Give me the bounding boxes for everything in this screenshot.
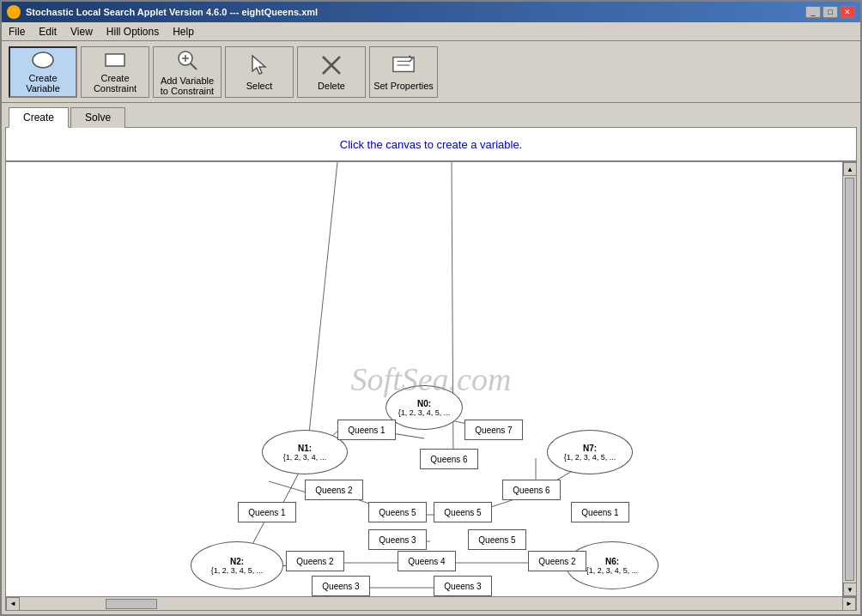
rect-queens5-c: Queens 5 bbox=[468, 529, 526, 550]
set-properties-button[interactable]: Set Properties bbox=[369, 46, 438, 98]
scroll-up-button[interactable]: ▲ bbox=[843, 162, 856, 176]
rect-queens6-a: Queens 6 bbox=[420, 449, 478, 469]
rect-queens6-b: Queens 6 bbox=[502, 480, 561, 500]
delete-button[interactable]: Delete bbox=[297, 46, 366, 98]
window-title: Stochastic Local Search Applet Version 4… bbox=[26, 7, 318, 17]
set-properties-label: Set Properties bbox=[373, 81, 434, 91]
close-button[interactable]: ✕ bbox=[840, 6, 855, 18]
add-var-icon bbox=[175, 48, 199, 72]
instruction-text: Click the canvas to create a variable. bbox=[340, 138, 522, 151]
svg-line-18 bbox=[269, 481, 307, 492]
svg-marker-6 bbox=[252, 56, 265, 74]
delete-icon bbox=[319, 53, 343, 77]
rect-queens2-c: Queens 2 bbox=[528, 551, 586, 571]
graph-edges-svg bbox=[6, 162, 856, 596]
rect-queens3-b: Queens 3 bbox=[312, 576, 370, 596]
select-button[interactable]: Select bbox=[225, 46, 294, 98]
rect-queens1-a: Queens 1 bbox=[337, 420, 396, 440]
rect-queens3-c: Queens 3 bbox=[434, 576, 492, 596]
node-N7: N7: {1, 2, 3, 4, 5, ... bbox=[547, 430, 633, 474]
add-variable-label: Add Variable to Constraint bbox=[155, 75, 219, 96]
scrollbar-h-track bbox=[20, 599, 842, 609]
node-N1: N1: {1, 2, 3, 4, ... bbox=[262, 430, 348, 474]
svg-rect-1 bbox=[106, 54, 124, 66]
svg-line-3 bbox=[191, 63, 197, 69]
svg-rect-9 bbox=[393, 57, 414, 71]
scrollbar-horizontal[interactable]: ◄ ► bbox=[6, 596, 856, 610]
scroll-thumb-h[interactable] bbox=[106, 599, 157, 609]
rect-queens1-b: Queens 1 bbox=[238, 502, 296, 522]
cursor-icon bbox=[247, 53, 271, 77]
rect-queens4: Queens 4 bbox=[398, 551, 456, 571]
window-controls: _ □ ✕ bbox=[805, 6, 855, 18]
menu-file[interactable]: File bbox=[2, 24, 32, 39]
select-label: Select bbox=[246, 81, 273, 91]
scroll-right-button[interactable]: ► bbox=[842, 597, 856, 611]
tab-solve[interactable]: Solve bbox=[70, 107, 125, 128]
maximize-button[interactable]: □ bbox=[823, 6, 838, 18]
rect-queens7: Queens 7 bbox=[464, 420, 523, 440]
scroll-left-button[interactable]: ◄ bbox=[6, 597, 20, 611]
scroll-down-button[interactable]: ▼ bbox=[843, 583, 856, 596]
menu-hill-options[interactable]: Hill Options bbox=[100, 24, 166, 39]
tab-bar: Create Solve bbox=[2, 103, 860, 127]
canvas-area[interactable]: SoftSea.com N0: {1, 2, 3, 4, 5, ... N1: … bbox=[6, 162, 856, 596]
properties-icon bbox=[392, 53, 416, 77]
toolbar: Create Variable Create Constraint Add Va… bbox=[2, 41, 860, 103]
rect-queens5-a: Queens 5 bbox=[368, 502, 427, 522]
node-N2: N2: {1, 2, 3, 4, 5, ... bbox=[191, 541, 283, 589]
title-bar-left: Stochastic Local Search Applet Version 4… bbox=[7, 5, 318, 19]
menu-view[interactable]: View bbox=[64, 24, 100, 39]
oval-icon bbox=[31, 51, 55, 69]
scrollbar-vertical[interactable]: ▲ ▼ bbox=[842, 162, 856, 596]
menu-edit[interactable]: Edit bbox=[32, 24, 64, 39]
svg-line-15 bbox=[307, 162, 337, 458]
create-constraint-button[interactable]: Create Constraint bbox=[81, 46, 149, 98]
create-constraint-label: Create Constraint bbox=[83, 73, 147, 94]
tab-create[interactable]: Create bbox=[9, 107, 69, 128]
rect-queens1-c: Queens 1 bbox=[571, 502, 629, 522]
node-N0: N0: {1, 2, 3, 4, 5, ... bbox=[385, 385, 463, 430]
rect-queens2-b: Queens 2 bbox=[286, 551, 344, 571]
create-variable-label: Create Variable bbox=[12, 73, 74, 94]
title-bar: Stochastic Local Search Applet Version 4… bbox=[2, 2, 860, 22]
delete-label: Delete bbox=[318, 81, 345, 91]
scroll-thumb-v[interactable] bbox=[845, 178, 854, 581]
menu-bar: File Edit View Hill Options Help bbox=[2, 22, 860, 41]
minimize-button[interactable]: _ bbox=[805, 6, 821, 18]
main-window: Stochastic Local Search Applet Version 4… bbox=[0, 0, 862, 616]
instruction-bar: Click the canvas to create a variable. bbox=[6, 128, 856, 162]
rect-queens2-a: Queens 2 bbox=[305, 480, 363, 500]
rect-queens3-a: Queens 3 bbox=[368, 529, 427, 550]
add-variable-button[interactable]: Add Variable to Constraint bbox=[153, 46, 222, 98]
create-variable-button[interactable]: Create Variable bbox=[9, 46, 77, 98]
main-area: Click the canvas to create a variable. bbox=[5, 127, 857, 611]
svg-point-0 bbox=[33, 52, 53, 68]
app-icon bbox=[7, 5, 21, 19]
menu-help[interactable]: Help bbox=[166, 24, 201, 39]
rect-icon bbox=[103, 51, 127, 69]
rect-queens5-b: Queens 5 bbox=[434, 502, 492, 522]
